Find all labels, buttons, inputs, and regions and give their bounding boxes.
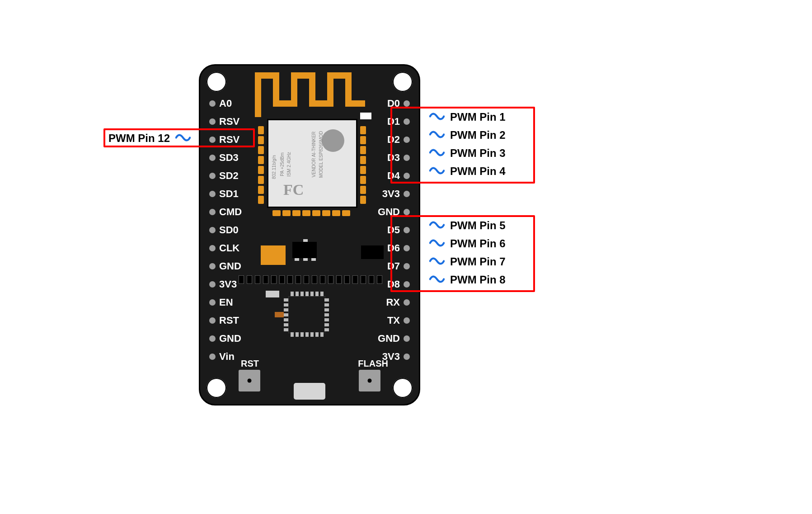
pwm-callout: PWM Pin 3 [429, 147, 506, 160]
pin-vin: Vin [209, 350, 235, 363]
pwm-label: PWM Pin 4 [450, 165, 506, 178]
usb-serial-chip [288, 296, 325, 333]
pin-dot-icon [404, 209, 410, 215]
pin-gnd: GND [209, 260, 241, 272]
pin-dot-icon [209, 263, 216, 269]
pin-label: CMD [219, 206, 242, 218]
pin-3v3: 3V3 [209, 278, 237, 290]
pin-dot-icon [209, 100, 216, 107]
pin-label: SD3 [219, 152, 239, 164]
pwm-callout: PWM Pin 1 [429, 111, 506, 123]
pin-dot-icon [209, 245, 216, 251]
pin-label: GND [219, 260, 241, 272]
pin-rx: RX [386, 296, 410, 308]
pin-tx: TX [387, 314, 410, 326]
pin-label: GND [378, 333, 400, 344]
sine-wave-icon [429, 257, 445, 266]
pwm-label: PWM Pin 2 [450, 129, 506, 141]
pwm-label: PWM Pin 5 [450, 219, 506, 232]
shield-vendor: VENDOR AI-THINKER [311, 132, 316, 178]
rst-button-label: RST [241, 358, 259, 369]
pin-label: RSV [219, 116, 239, 127]
pin-cmd: CMD [209, 206, 242, 218]
pin-label: CLK [219, 242, 239, 254]
pin-label: 3V3 [219, 278, 237, 290]
resistor [266, 291, 279, 297]
pin-dot-icon [404, 317, 410, 324]
shield-model: MODEL ESP8266MOD [319, 131, 324, 178]
shield-pa: PA +25dBm [280, 152, 285, 176]
pwm-callout: PWM Pin 6 [429, 237, 506, 250]
pin-label: A0 [219, 98, 232, 109]
pin-dot-icon [209, 209, 216, 215]
pin-dot-icon [404, 354, 410, 360]
pin-label: SD1 [219, 188, 239, 200]
sine-wave-icon [429, 239, 445, 248]
pin-dot-icon [209, 354, 216, 360]
pin-dot-icon [404, 299, 410, 306]
mounting-hole [207, 72, 226, 92]
pin-dot-icon [209, 191, 216, 197]
pwm-label: PWM Pin 8 [450, 274, 506, 286]
header-row [239, 275, 382, 284]
pin-gnd: GND [378, 332, 410, 344]
pin-label: 3V3 [382, 188, 400, 200]
pin-sd0: SD0 [209, 224, 239, 236]
pwm-label: PWM Pin 1 [450, 111, 506, 123]
shield-ism: ISM 2.4GHz [286, 152, 291, 176]
pwm-callout-left: PWM Pin 12 [108, 132, 191, 145]
regulator [292, 242, 317, 258]
pin-dot-icon [404, 335, 410, 342]
micro-usb-port [294, 383, 325, 400]
pin-dot-icon [209, 317, 216, 324]
pin-en: EN [209, 296, 233, 308]
shield-std: 802.11b/g/n [272, 155, 277, 179]
pin-label: Vin [219, 351, 235, 363]
pwm-callout: PWM Pin 7 [429, 255, 506, 268]
pin-label: SD0 [219, 224, 239, 236]
pcb-antenna-icon [254, 71, 365, 118]
sine-wave-icon [429, 167, 445, 176]
pin-a0: A0 [209, 97, 232, 109]
pin-rsv: RSV [209, 115, 239, 127]
mounting-hole [393, 378, 413, 398]
pin-3v3: 3V3 [382, 188, 410, 200]
nodemcu-board: FC MODEL ESP8266MOD VENDOR AI-THINKER IS… [199, 64, 420, 406]
rst-button[interactable] [239, 370, 260, 391]
pwm-callout: PWM Pin 5 [429, 219, 506, 232]
wifi-icon [322, 129, 344, 152]
pin-label: RST [219, 315, 239, 326]
resistor [275, 312, 284, 317]
mounting-hole [207, 378, 226, 398]
sine-wave-icon [429, 131, 445, 140]
pin-gnd: GND [209, 332, 241, 344]
flash-button[interactable] [359, 370, 380, 391]
status-led [360, 113, 371, 119]
pwm-callout: PWM Pin 2 [429, 129, 506, 141]
diagram-stage: FC MODEL ESP8266MOD VENDOR AI-THINKER IS… [18, 18, 812, 514]
pwm-label: PWM Pin 12 [108, 132, 170, 145]
pin-label: GND [219, 333, 241, 344]
pwm-callout: PWM Pin 8 [429, 274, 506, 286]
mounting-hole [393, 72, 413, 92]
pwm-label: PWM Pin 7 [450, 255, 506, 268]
pin-label: RX [386, 297, 400, 308]
pin-rst: RST [209, 314, 239, 326]
flash-button-label: FLASH [358, 358, 388, 369]
pwm-callout: PWM Pin 4 [429, 165, 506, 178]
pin-dot-icon [209, 118, 216, 125]
pwm-label: PWM Pin 6 [450, 237, 506, 250]
pin-dot-icon [209, 173, 216, 179]
pin-label: TX [387, 315, 400, 326]
fcc-logo-icon: FC [283, 181, 304, 198]
pin-sd3: SD3 [209, 151, 239, 164]
pwm-label: PWM Pin 3 [450, 147, 506, 160]
pin-dot-icon [404, 100, 410, 107]
pin-dot-icon [209, 335, 216, 342]
esp8266-shield: FC MODEL ESP8266MOD VENDOR AI-THINKER IS… [267, 119, 357, 208]
pin-dot-icon [209, 227, 216, 233]
pin-sd1: SD1 [209, 188, 239, 200]
sine-wave-icon [429, 221, 445, 230]
sine-wave-icon [429, 275, 445, 284]
pin-dot-icon [404, 191, 410, 197]
